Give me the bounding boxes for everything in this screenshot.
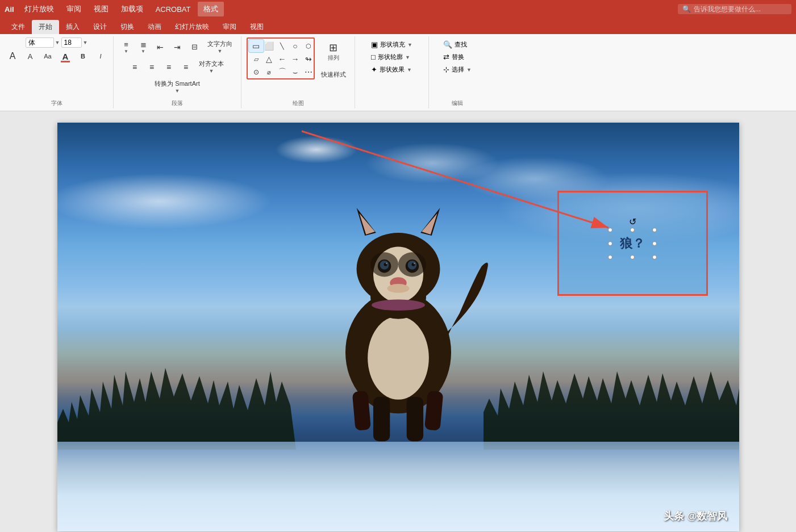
drawing-shapes-highlight: ▭ ⬜ ╲ ○ ⬡ ▱ △ ← → ↬ ⊙ ⌀ ⌒	[247, 37, 315, 79]
font-size-input[interactable]: 18	[61, 37, 82, 48]
align-right-btn[interactable]: ≡	[161, 60, 177, 74]
watermark: 头条 @数智风	[664, 509, 728, 523]
align-left-btn[interactable]: ≡	[127, 60, 143, 74]
text-box-container[interactable]: ↺ 狼？	[611, 231, 654, 257]
tab-transitions[interactable]: 切换	[114, 20, 141, 34]
group-shape-styles: ▣ 形状填充 ▼ □ 形状轮廓 ▼ ✦ 形状效果 ▼	[355, 36, 429, 108]
replace-label: 替换	[452, 53, 464, 61]
shape-fill-label: 形状填充	[380, 40, 405, 49]
handle-tc[interactable]	[630, 228, 635, 232]
menu-slideshow[interactable]: 灯片放映	[19, 2, 60, 16]
shape-more-btn[interactable]: ⋯	[301, 65, 316, 79]
toolbar-tabs: 文件 开始 插入 设计 切换 动画 幻灯片放映 审阅 视图	[0, 18, 796, 34]
svg-rect-21	[406, 397, 423, 441]
find-btn[interactable]: 🔍 查找	[440, 39, 475, 50]
toolbar-ribbon: 体 ▼ 18 ▼ A A Aa A B I 字体 ≡▼	[0, 34, 796, 111]
svg-rect-20	[373, 397, 389, 441]
select-dropdown-icon[interactable]: ▼	[466, 67, 472, 73]
shape-curve-btn[interactable]: ↬	[301, 52, 316, 66]
handle-bl[interactable]	[608, 255, 612, 259]
select-btn[interactable]: ⊹ 选择 ▼	[440, 64, 475, 75]
tab-design[interactable]: 设计	[86, 20, 114, 34]
text-direction-btn[interactable]: 文字方向 ▼	[203, 37, 236, 56]
quick-styles-btn[interactable]: 快速样式	[317, 68, 350, 82]
font-size-dropdown-icon[interactable]: ▼	[83, 40, 88, 45]
replace-btn[interactable]: ⇄ 替换	[440, 52, 475, 62]
decrease-indent-btn[interactable]: ⇤	[152, 40, 168, 54]
clear-format-btn[interactable]: Aa	[40, 49, 56, 63]
tab-review[interactable]: 审阅	[216, 20, 243, 34]
bold-btn[interactable]: B	[75, 49, 91, 63]
convert-smartart-btn[interactable]: 转换为 SmartArt ▼	[151, 77, 203, 96]
group-drawing: ▭ ⬜ ╲ ○ ⬡ ▱ △ ← → ↬ ⊙ ⌀ ⌒	[241, 36, 355, 108]
shape-outline-dropdown-icon[interactable]: ▼	[405, 55, 410, 60]
svg-point-24	[370, 252, 398, 277]
paragraph-group-label: 段落	[172, 97, 183, 107]
font-name-dropdown-icon[interactable]: ▼	[55, 40, 60, 45]
handle-ml[interactable]	[608, 241, 612, 246]
tab-file[interactable]: 文件	[5, 20, 32, 34]
svg-point-1	[368, 316, 429, 400]
group-font: 体 ▼ 18 ▼ A A Aa A B I 字体	[0, 36, 114, 108]
app-title: Ail	[5, 5, 14, 14]
handle-mr[interactable]	[652, 241, 657, 246]
menu-view[interactable]: 视图	[88, 2, 114, 16]
increase-indent-btn[interactable]: ⇥	[169, 40, 185, 54]
search-bar[interactable]: 🔍	[678, 4, 791, 14]
menu-bar: Ail 灯片放映 审阅 视图 加载项 ACROBAT 格式 🔍	[0, 0, 796, 18]
handle-tl[interactable]	[608, 228, 612, 232]
select-icon: ⊹	[443, 65, 449, 74]
drawing-group-label: 绘图	[293, 97, 304, 107]
tab-slideshow[interactable]: 幻灯片放映	[168, 20, 216, 34]
editing-section: 🔍 查找 ⇄ 替换 ⊹ 选择 ▼	[436, 37, 478, 77]
bullets-btn[interactable]: ≡▼	[118, 38, 134, 56]
shape-effects-dropdown-icon[interactable]: ▼	[407, 67, 412, 73]
menu-acrobat[interactable]: ACROBAT	[150, 3, 197, 16]
shape-effects-label: 形状效果	[380, 65, 405, 74]
red-annotation-box[interactable]: ↺ 狼？	[557, 191, 708, 296]
shape-effects-btn[interactable]: ✦ 形状效果 ▼	[368, 64, 416, 75]
shape-outline-btn[interactable]: □ 形状轮廓 ▼	[368, 52, 416, 62]
tab-view[interactable]: 视图	[243, 20, 270, 34]
tab-home[interactable]: 开始	[32, 20, 59, 34]
arrange-btn[interactable]: ⊞ 排列	[317, 37, 350, 66]
group-editing: 🔍 查找 ⇄ 替换 ⊹ 选择 ▼ 编辑	[429, 36, 486, 108]
font-increase-btn[interactable]: A	[5, 49, 20, 64]
editing-group-label: 编辑	[452, 97, 463, 107]
font-name-input[interactable]: 体	[26, 37, 54, 48]
search-input[interactable]	[694, 5, 785, 13]
shape-fill-btn[interactable]: ▣ 形状填充 ▼	[368, 39, 416, 50]
handle-bc[interactable]	[630, 255, 635, 259]
find-icon: 🔍	[443, 40, 452, 49]
menu-addins[interactable]: 加载项	[115, 2, 149, 16]
align-text-btn[interactable]: 对齐文本 ▼	[195, 57, 228, 76]
font-color-btn[interactable]: A	[57, 49, 73, 64]
search-icon: 🔍	[682, 5, 691, 13]
italic-btn[interactable]: I	[93, 49, 109, 63]
replace-icon: ⇄	[443, 53, 449, 61]
font-group-label: 字体	[51, 97, 62, 107]
shape-outline-label: 形状轮廓	[378, 53, 403, 61]
husky-dog	[276, 180, 521, 458]
text-box-content[interactable]: 狼？	[611, 231, 654, 257]
slide[interactable]: 头条 @数智风 ↺ 狼？	[57, 123, 739, 531]
group-paragraph: ≡▼ ≣▼ ⇤ ⇥ ⊟ 文字方向 ▼ ≡ ≡ ≡ ≡ 对齐文本	[114, 36, 241, 108]
font-decrease-btn[interactable]: A	[22, 49, 38, 63]
tab-animations[interactable]: 动画	[141, 20, 168, 34]
justify-btn[interactable]: ≡	[178, 60, 194, 74]
handle-tr[interactable]	[652, 228, 657, 232]
shape-outline-icon: □	[371, 53, 376, 61]
handle-br[interactable]	[652, 255, 657, 259]
tab-insert[interactable]: 插入	[59, 20, 86, 34]
align-center-btn[interactable]: ≡	[144, 60, 160, 74]
numbering-btn[interactable]: ≣▼	[135, 38, 151, 56]
columns-btn[interactable]: ⊟	[186, 40, 202, 54]
shape-extra1-btn[interactable]: ⬡	[301, 39, 316, 53]
shape-fill-icon: ▣	[371, 40, 378, 49]
main-content: 头条 @数智风 ↺ 狼？	[0, 111, 796, 532]
select-label: 选择	[452, 65, 464, 74]
menu-format[interactable]: 格式	[198, 2, 224, 16]
rotate-handle[interactable]: ↺	[629, 216, 636, 227]
shape-fill-dropdown-icon[interactable]: ▼	[407, 42, 412, 48]
menu-review[interactable]: 审阅	[61, 2, 87, 16]
